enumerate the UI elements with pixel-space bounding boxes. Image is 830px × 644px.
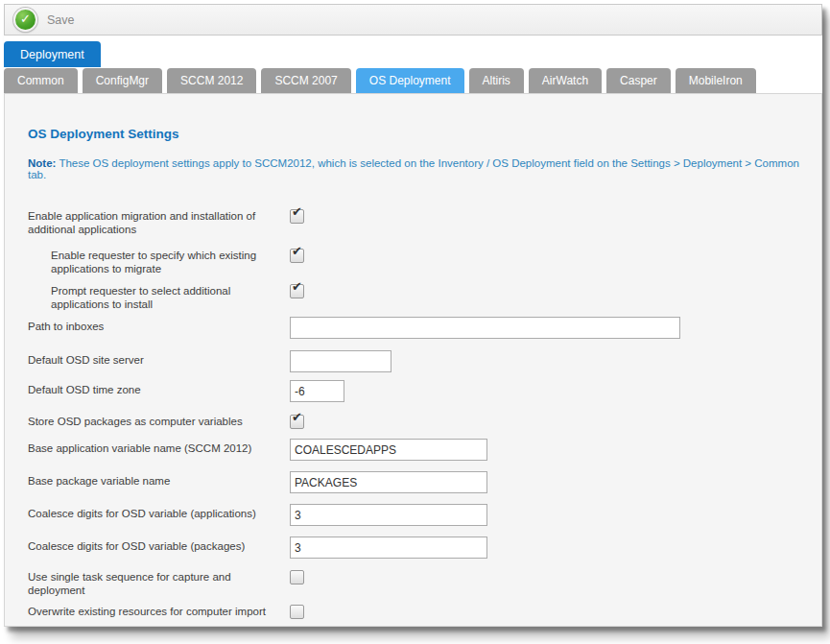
page-title: OS Deployment Settings bbox=[28, 127, 814, 141]
field-label: Default OSD site server bbox=[23, 350, 290, 367]
toolbar: ✓ Save bbox=[4, 4, 822, 36]
field-label: Path to inboxes bbox=[23, 317, 290, 333]
checkbox-enable-app-migration[interactable] bbox=[290, 209, 304, 224]
form-row: Enable application migration and install… bbox=[23, 208, 814, 236]
note: Note: These OS deployment settings apply… bbox=[28, 157, 814, 180]
field-label: Enable application migration and install… bbox=[23, 208, 290, 236]
base-package-variable-input[interactable] bbox=[290, 471, 487, 493]
tab-casper[interactable]: Casper bbox=[606, 68, 671, 93]
save-button[interactable]: ✓ Save bbox=[13, 8, 75, 32]
field-label: Use single task sequence for capture and… bbox=[23, 569, 290, 597]
field-label: Default OSD time zone bbox=[23, 380, 290, 396]
form-row: Coalesce digits for OSD variable (applic… bbox=[23, 504, 814, 526]
main-tab-row: Deployment bbox=[4, 41, 822, 67]
field-label: Coalesce digits for OSD variable (packag… bbox=[23, 537, 290, 553]
tab-common[interactable]: Common bbox=[4, 68, 78, 93]
form-row: Base application variable name (SCCM 201… bbox=[23, 439, 814, 461]
path-to-inboxes-input[interactable] bbox=[290, 317, 680, 339]
check-glyph: ✓ bbox=[20, 12, 31, 25]
default-osd-time-zone-input[interactable] bbox=[290, 380, 344, 402]
form-row: Overwrite existing resources for compute… bbox=[23, 604, 814, 619]
field-label: Coalesce digits for OSD variable (applic… bbox=[23, 504, 290, 520]
checkbox-prompt-requester[interactable] bbox=[290, 284, 304, 298]
form-row: Default OSD site server bbox=[23, 350, 814, 372]
form-row: Coalesce digits for OSD variable (packag… bbox=[23, 537, 814, 559]
form-row: Use single task sequence for capture and… bbox=[23, 569, 814, 597]
tab-altiris[interactable]: Altiris bbox=[469, 68, 524, 93]
field-label: Enable requester to specify which existi… bbox=[23, 248, 290, 275]
tab-sccm-2012[interactable]: SCCM 2012 bbox=[167, 68, 256, 93]
coalesce-digits-applications-input[interactable] bbox=[290, 504, 487, 526]
form-row: Default OSD time zone bbox=[23, 380, 814, 402]
form-row: Prompt requester to select additional ap… bbox=[23, 283, 814, 311]
checkbox-enable-requester-specify[interactable] bbox=[290, 249, 304, 263]
content-panel: OS Deployment Settings Note: These OS de… bbox=[4, 93, 822, 627]
field-label: Base package variable name bbox=[23, 471, 290, 488]
field-label: Overwrite existing resources for compute… bbox=[23, 604, 290, 618]
note-text: These OS deployment settings apply to SC… bbox=[28, 157, 799, 180]
sub-tab-row: Common ConfigMgr SCCM 2012 SCCM 2007 OS … bbox=[4, 68, 822, 93]
checkbox-store-osd-packages[interactable] bbox=[290, 415, 304, 429]
checkbox-overwrite-existing[interactable] bbox=[290, 605, 304, 619]
form-row: Enable requester to specify which existi… bbox=[23, 248, 814, 275]
form-row: Store OSD packages as computer variables bbox=[23, 414, 814, 429]
form-row: Path to inboxes bbox=[23, 317, 814, 339]
tab-os-deployment[interactable]: OS Deployment bbox=[356, 68, 464, 93]
settings-form: Enable application migration and install… bbox=[23, 208, 814, 627]
settings-window: ✓ Save Deployment Common ConfigMgr SCCM … bbox=[4, 4, 822, 627]
save-check-icon: ✓ bbox=[13, 8, 37, 32]
field-label: Store OSD packages as computer variables bbox=[23, 414, 290, 428]
default-osd-site-server-input[interactable] bbox=[290, 350, 391, 372]
tab-configmgr[interactable]: ConfigMgr bbox=[83, 68, 162, 93]
tab-mobileiron[interactable]: MobileIron bbox=[676, 68, 756, 93]
tab-deployment[interactable]: Deployment bbox=[4, 41, 101, 67]
note-label: Note: bbox=[28, 157, 56, 169]
save-label: Save bbox=[47, 13, 75, 27]
field-label: Base application variable name (SCCM 201… bbox=[23, 439, 290, 455]
tab-sccm-2007[interactable]: SCCM 2007 bbox=[261, 68, 350, 93]
field-label: Prompt requester to select additional ap… bbox=[23, 283, 290, 311]
coalesce-digits-packages-input[interactable] bbox=[290, 537, 487, 559]
form-row: Base package variable name bbox=[23, 471, 814, 493]
checkbox-single-task-sequence[interactable] bbox=[290, 570, 304, 584]
tab-airwatch[interactable]: AirWatch bbox=[529, 68, 602, 93]
base-application-variable-input[interactable] bbox=[290, 439, 487, 461]
